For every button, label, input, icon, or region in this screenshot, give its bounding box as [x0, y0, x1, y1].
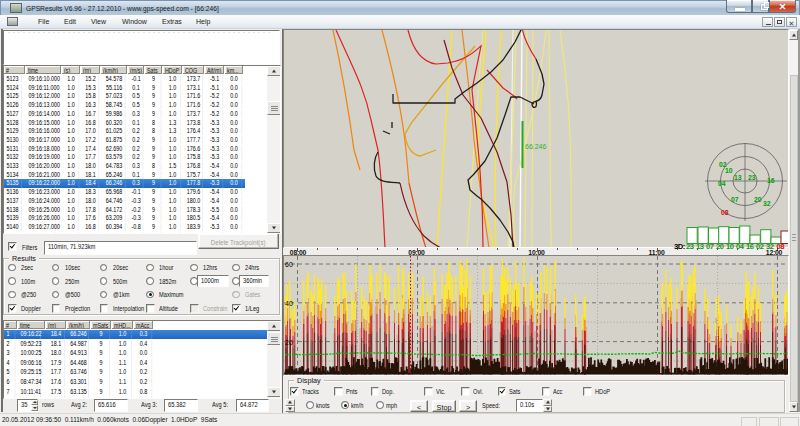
svg-text:40: 40 [285, 300, 293, 307]
svg-text:08: 08 [721, 209, 729, 216]
svg-text:60: 60 [285, 261, 293, 268]
svg-text:13: 13 [734, 174, 742, 181]
svg-text:20: 20 [754, 196, 762, 203]
svg-text:10: 10 [725, 167, 733, 174]
svg-text:32: 32 [763, 200, 771, 207]
svg-text:16: 16 [767, 177, 775, 184]
svg-text:66.246: 66.246 [525, 143, 547, 150]
svg-text:23: 23 [748, 174, 756, 181]
svg-text:04: 04 [718, 180, 726, 187]
svg-text:07: 07 [731, 196, 739, 203]
svg-text:20: 20 [285, 339, 293, 346]
